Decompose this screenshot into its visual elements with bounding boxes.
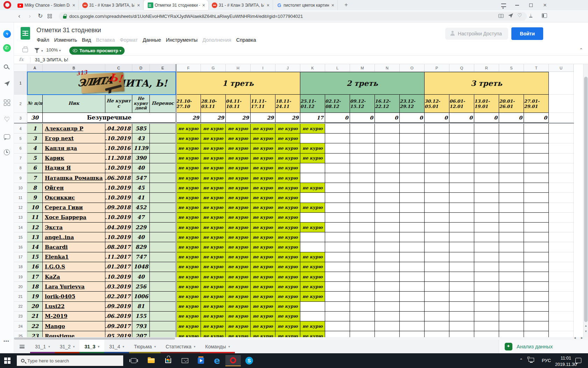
cell-mark-22-3[interactable]: не курю <box>251 321 275 331</box>
cell-mark-8-1[interactable]: не курю <box>201 183 226 193</box>
cell-empty-7-7[interactable] <box>350 173 375 183</box>
cell-empty-22-8[interactable] <box>375 321 400 331</box>
cell-transfer-1[interactable] <box>150 124 176 134</box>
cell-empty[interactable] <box>574 282 574 292</box>
cell-days-16[interactable]: 1048 <box>132 262 150 272</box>
cell-empty[interactable] <box>574 213 574 223</box>
cell-empty-16-8[interactable] <box>375 262 400 272</box>
cell-empty-7-14[interactable] <box>524 173 549 183</box>
cell-empty-21-11[interactable] <box>449 312 474 321</box>
cell-empty-20-5[interactable] <box>300 302 325 312</box>
cell-mark-5-2[interactable]: не курю <box>226 154 251 163</box>
cell-empty-10-12[interactable] <box>474 203 499 213</box>
cell-empty-23-12[interactable] <box>474 331 499 337</box>
cell-empty-23-6[interactable] <box>325 331 350 337</box>
cell-empty-14-9[interactable] <box>400 242 425 252</box>
cell-days-1[interactable]: 585 <box>132 124 150 134</box>
sheet-tab-caret-icon[interactable]: ▾ <box>98 345 100 348</box>
cell-empty-1-12[interactable] <box>474 124 499 134</box>
cell-num-21[interactable]: 21 <box>27 312 43 321</box>
cell-mark-20-2[interactable]: не курю <box>226 302 251 312</box>
cell-mark-23-5[interactable]: не курю <box>300 331 325 337</box>
menu-Справка[interactable]: Справка <box>234 36 259 44</box>
cell-empty[interactable] <box>574 72 574 95</box>
cell-empty-22-6[interactable] <box>325 321 350 331</box>
cell-empty[interactable] <box>549 312 574 321</box>
cell-mark-9-2[interactable]: не курю <box>226 193 251 203</box>
cell-week-23.12-29.12[interactable]: 23.12-29.12 <box>400 95 425 113</box>
cell-empty-4-10[interactable] <box>425 143 449 153</box>
cell-empty-13-10[interactable] <box>425 232 449 242</box>
cell-transfer-4[interactable] <box>150 143 176 153</box>
cell-empty-13-5[interactable] <box>300 232 325 242</box>
cell-empty-11-6[interactable] <box>325 213 350 223</box>
explore-panel[interactable]: Анализ данных <box>499 340 588 353</box>
cell-transfer-10[interactable] <box>150 203 176 213</box>
cell-empty-3-7[interactable] <box>350 134 375 143</box>
cell-empty-22-10[interactable] <box>425 321 449 331</box>
cell-date-10[interactable]: 04.09.2018 <box>105 203 132 213</box>
cell-summary-val-12[interactable]: 0 <box>474 113 499 123</box>
cell-mark-22-2[interactable]: не курю <box>226 321 251 331</box>
cell-empty[interactable] <box>574 262 574 272</box>
cell-days-23[interactable]: 207 <box>132 331 150 337</box>
cell-empty-15-11[interactable] <box>449 252 474 262</box>
cell-mark-1-5[interactable]: не курю <box>300 124 325 134</box>
cell-empty-12-7[interactable] <box>350 223 375 232</box>
cell-empty-7-11[interactable] <box>449 173 474 183</box>
speed-dial-grid-icon[interactable] <box>3 99 11 107</box>
cell-summary-val-6[interactable]: 0 <box>325 113 350 123</box>
browser-tab[interactable]: Gпистолет цветок картинка× <box>273 0 338 10</box>
cell-empty-20-9[interactable] <box>400 302 425 312</box>
cell-empty-8-6[interactable] <box>325 183 350 193</box>
cell-transfer-16[interactable] <box>150 262 176 272</box>
my-flow-icon[interactable] <box>3 80 11 88</box>
cell-empty[interactable] <box>549 95 574 113</box>
cell-date-23[interactable]: 07.05.2019 <box>105 331 132 337</box>
cell-empty-12-10[interactable] <box>425 223 449 232</box>
cell-empty-12-9[interactable] <box>400 223 425 232</box>
cell-empty-16-6[interactable] <box>325 262 350 272</box>
cell-empty-6-5[interactable] <box>300 163 325 173</box>
cell-nick-Lusi22[interactable]: Lusi22 <box>43 302 105 312</box>
row-header-4[interactable]: 4 <box>14 124 27 134</box>
cell-empty-22-11[interactable] <box>449 321 474 331</box>
cell-nick-Наташка Ромашка[interactable]: Наташка Ромашка <box>43 173 105 183</box>
cell-empty[interactable] <box>574 173 574 183</box>
cell-empty-16-14[interactable] <box>524 262 549 272</box>
cell-empty-18-11[interactable] <box>449 282 474 292</box>
cell-empty[interactable] <box>574 163 574 173</box>
cell-mark-16-5[interactable]: не курю <box>300 262 325 272</box>
cell-mark-22-5[interactable]: не курю <box>300 321 325 331</box>
cell-date-9[interactable]: 20.10.2019 <box>105 193 132 203</box>
cell-empty-21-5[interactable] <box>300 312 325 321</box>
cell-empty[interactable] <box>574 203 574 213</box>
cell-mark-6-4[interactable]: не курю <box>275 163 300 173</box>
cell-num-9[interactable]: 9 <box>27 193 43 203</box>
cell-transfer-21[interactable] <box>150 312 176 321</box>
opera-button[interactable] <box>225 355 241 366</box>
cell-empty[interactable] <box>549 213 574 223</box>
cell-empty-5-7[interactable] <box>350 154 375 163</box>
tab-close-icon[interactable]: × <box>201 2 206 8</box>
cell-mark-17-3[interactable]: не курю <box>251 272 275 282</box>
cell-mark-13-0[interactable]: не курю <box>176 232 201 242</box>
view-mode-button[interactable]: Только просмотр ▾ <box>69 47 125 55</box>
cell-days-12[interactable]: 229 <box>132 223 150 232</box>
sheet-tab-caret-icon[interactable]: ▾ <box>229 345 230 348</box>
cell-mark-11-4[interactable]: не курю <box>275 213 300 223</box>
cell-summary-val-4[interactable]: 29 <box>275 113 300 123</box>
mail-button[interactable] <box>177 355 192 366</box>
cell-empty-3-12[interactable] <box>474 134 499 143</box>
cell-header-days[interactable]: Не курит дней <box>132 95 150 113</box>
movies-tv-button[interactable] <box>193 355 209 366</box>
cell-num-6[interactable]: 6 <box>27 163 43 173</box>
cell-mark-7-2[interactable]: не курю <box>226 173 251 183</box>
cell-empty-19-7[interactable] <box>350 292 375 301</box>
cell-num-23[interactable]: 23 <box>27 331 43 337</box>
cell-num-12[interactable]: 12 <box>27 223 43 232</box>
cell-mark-18-4[interactable]: не курю <box>275 282 300 292</box>
messenger-icon[interactable] <box>3 30 11 38</box>
sheet-tab-Статистика[interactable]: Статистика▾ <box>161 340 200 353</box>
action-center-icon[interactable] <box>575 358 581 363</box>
